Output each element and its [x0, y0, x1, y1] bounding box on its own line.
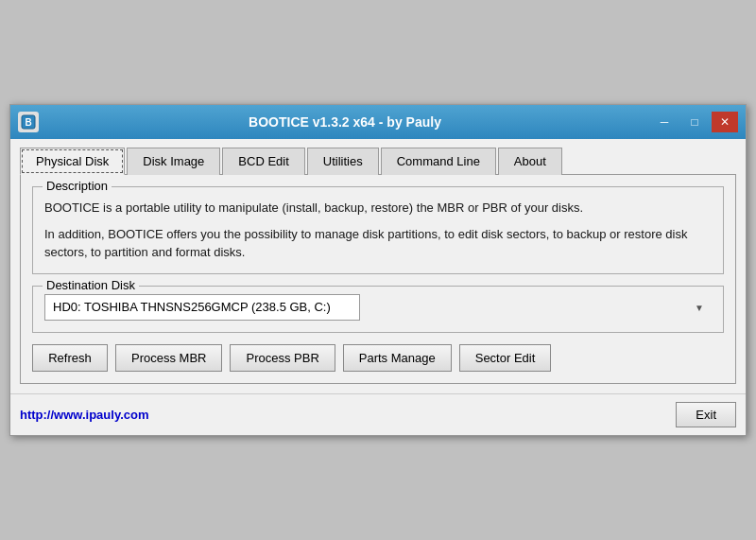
destination-disk-group: Destination Disk HD0: TOSHIBA THNSNS256G…	[32, 286, 724, 333]
window-controls: ─ □ ✕	[651, 112, 738, 132]
close-button[interactable]: ✕	[712, 112, 738, 132]
tab-content: Description BOOTICE is a portable utilit…	[20, 175, 736, 384]
process-pbr-button[interactable]: Process PBR	[230, 344, 335, 372]
maximize-button[interactable]: □	[681, 112, 708, 132]
tab-physical-disk[interactable]: Physical Disk	[20, 148, 125, 175]
description-group: Description BOOTICE is a portable utilit…	[32, 186, 724, 274]
tab-bar: Physical Disk Disk Image BCD Edit Utilit…	[20, 147, 736, 175]
website-link[interactable]: http://www.ipauly.com	[20, 408, 149, 422]
tab-command-line[interactable]: Command Line	[381, 148, 496, 175]
title-bar: B BOOTICE v1.3.2 x64 - by Pauly ─ □ ✕	[10, 105, 746, 139]
footer: http://www.ipauly.com Exit	[10, 393, 746, 435]
svg-text:B: B	[25, 117, 31, 128]
tab-utilities[interactable]: Utilities	[307, 148, 379, 175]
window-title: BOOTICE v1.3.2 x64 - by Pauly	[39, 114, 651, 130]
tab-bcd-edit[interactable]: BCD Edit	[222, 148, 304, 175]
destination-group-title: Destination Disk	[43, 278, 139, 292]
disk-select[interactable]: HD0: TOSHIBA THNSNS256GMCP (238.5 GB, C:…	[44, 294, 360, 321]
description-group-title: Description	[43, 179, 112, 193]
action-button-row: Refresh Process MBR Process PBR Parts Ma…	[32, 344, 724, 372]
description-paragraph-2: In addition, BOOTICE offers you the poss…	[44, 225, 712, 262]
parts-manage-button[interactable]: Parts Manage	[343, 344, 452, 372]
disk-dropdown-row: HD0: TOSHIBA THNSNS256GMCP (238.5 GB, C:…	[44, 294, 712, 321]
description-text: BOOTICE is a portable utility to manipul…	[44, 199, 712, 262]
app-icon: B	[18, 112, 39, 132]
description-paragraph-1: BOOTICE is a portable utility to manipul…	[44, 199, 712, 218]
exit-button[interactable]: Exit	[676, 402, 736, 427]
disk-select-wrapper: HD0: TOSHIBA THNSNS256GMCP (238.5 GB, C:…	[44, 294, 712, 321]
refresh-button[interactable]: Refresh	[32, 344, 108, 372]
sector-edit-button[interactable]: Sector Edit	[459, 344, 552, 372]
tab-disk-image[interactable]: Disk Image	[127, 148, 220, 175]
content-area: Physical Disk Disk Image BCD Edit Utilit…	[10, 139, 746, 393]
process-mbr-button[interactable]: Process MBR	[115, 344, 222, 372]
tab-about[interactable]: About	[498, 148, 562, 175]
main-window: B BOOTICE v1.3.2 x64 - by Pauly ─ □ ✕ Ph…	[9, 104, 747, 436]
minimize-button[interactable]: ─	[651, 112, 678, 132]
